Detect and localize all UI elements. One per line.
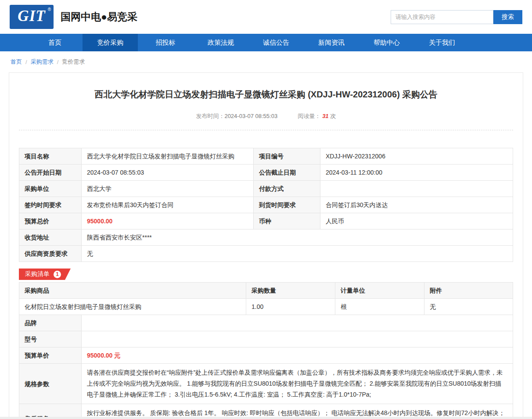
info-value: 人民币: [320, 213, 513, 229]
search-bar: 搜索: [391, 10, 522, 24]
info-label: 收货地址: [19, 229, 82, 246]
purchase-list-ribbon: 采购清单 1: [19, 269, 71, 280]
info-value: 2024-03-07 08:55:03: [82, 165, 254, 181]
breadcrumb-purchase-demand[interactable]: 采购需求: [31, 58, 54, 66]
site-logo[interactable]: GIT ®: [10, 5, 54, 29]
column-header: 采购数量: [246, 283, 335, 299]
info-value: 2024-03-11 12:00:00: [320, 165, 513, 181]
info-label: 付款方式: [254, 181, 320, 197]
info-value: 西北大学: [82, 181, 254, 197]
info-value: 无: [82, 246, 513, 262]
info-label: 到货时间要求: [254, 197, 320, 213]
dashed-divider: [19, 130, 513, 130]
views-label: 阅读量：: [298, 113, 320, 119]
info-label: 币种: [254, 213, 320, 229]
table-row: 收货地址 陕西省西安市长安区****: [19, 229, 513, 246]
table-row: 预算总价 95000.00 币种 人民币: [19, 213, 513, 229]
purchase-list-label: 采购清单: [25, 270, 50, 278]
table-row: 签约时间要求 发布竞价结果后30天内签订合同 到货时间要求 合同签订后30天内送…: [19, 197, 513, 213]
info-label: 项目编号: [254, 148, 320, 165]
purchase-items-table: 采购商品 采购数量 计量单位 附件 化材院日立场发射扫描电子显微镜灯丝采购 1.…: [19, 282, 513, 315]
item-name: 化材院日立场发射扫描电子显微镜灯丝采购: [19, 299, 246, 315]
search-button[interactable]: 搜索: [493, 10, 522, 24]
info-label: 采购单位: [19, 181, 82, 197]
info-label: 公告截止日期: [254, 165, 320, 181]
nav-item-about-us[interactable]: 关于我们: [414, 34, 470, 51]
table-row: 型号: [19, 331, 513, 347]
detail-value: [82, 315, 513, 331]
logo-text: GIT: [18, 5, 45, 28]
table-row: 化材院日立场发射扫描电子显微镜灯丝采购 1.00 根 无: [19, 299, 513, 315]
page-title: 西北大学化材学院日立场发射扫描电子显微镜灯丝采购 (XDJJ-HW-202312…: [19, 88, 513, 101]
nav-item-tender[interactable]: 招投标: [138, 34, 193, 51]
views-count: 31: [322, 113, 328, 119]
info-label: 预算总价: [19, 213, 82, 229]
page-header: GIT ® 国网中电●易竞采 搜索: [0, 0, 532, 34]
breadcrumb-separator: /: [25, 59, 27, 65]
breadcrumb: 首页 / 采购需求 / 竞价需求: [0, 51, 532, 72]
info-label: 供应商资质要求: [19, 246, 82, 262]
table-header-row: 采购商品 采购数量 计量单位 附件: [19, 283, 513, 299]
column-header: 计量单位: [335, 283, 424, 299]
nav-item-policy[interactable]: 政策法规: [193, 34, 248, 51]
item-quantity: 1.00: [246, 299, 335, 315]
breadcrumb-separator: /: [57, 59, 59, 65]
registered-mark-icon: ®: [48, 7, 51, 12]
table-row: 品牌: [19, 315, 513, 331]
info-label: 签约时间要求: [19, 197, 82, 213]
info-label: 项目名称: [19, 148, 82, 165]
count-badge: 1: [54, 271, 61, 278]
budget-total-value: 95000.00: [82, 213, 254, 229]
detail-label: 型号: [19, 331, 82, 347]
info-value: 陕西省西安市长安区****: [82, 229, 513, 246]
detail-value: [82, 331, 513, 347]
detail-label: 预算单价: [19, 347, 82, 364]
table-row: 项目名称 西北大学化材学院日立场发射扫描电子显微镜灯丝采购 项目编号 XDJJ-…: [19, 148, 513, 165]
item-details-table: 品牌 型号 预算单价 95000.00 元 规格参数 请各潜在供应商提交报价时在…: [19, 315, 513, 419]
table-row: 采购单位 西北大学 付款方式: [19, 181, 513, 197]
publish-time-label: 发布时间：: [196, 113, 224, 119]
item-unit: 根: [335, 299, 424, 315]
spec-params-value: 请各潜在供应商提交报价时在“响应附件”处上传正式报价单及需求响应偏离表（加盖公章…: [82, 364, 513, 404]
search-input[interactable]: [391, 10, 493, 24]
nav-item-news[interactable]: 新闻资讯: [304, 34, 359, 51]
info-value: 发布竞价结果后30天内签订合同: [82, 197, 254, 213]
announcement-meta: 发布时间：2024-03-07 08:55:03阅读量：31次: [19, 112, 513, 120]
nav-item-integrity-notice[interactable]: 诚信公告: [248, 34, 304, 51]
breadcrumb-current: 竞价需求: [62, 58, 85, 66]
info-label: 公告开始日期: [19, 165, 82, 181]
main-nav: 首页 竞价采购 招投标 政策法规 诚信公告 新闻资讯 帮助中心 关于我们: [0, 34, 532, 51]
announcement-card: 西北大学化材学院日立场发射扫描电子显微镜灯丝采购 (XDJJ-HW-202312…: [9, 72, 523, 419]
column-header: 附件: [424, 283, 513, 299]
views-unit: 次: [331, 113, 336, 119]
unit-budget-value: 95000.00 元: [82, 347, 513, 364]
info-value: 西北大学化材学院日立场发射扫描电子显微镜灯丝采购: [82, 148, 254, 165]
table-row: 规格参数 请各潜在供应商提交报价时在“响应附件”处上传正式报价单及需求响应偏离表…: [19, 364, 513, 404]
column-header: 采购商品: [19, 283, 246, 299]
nav-item-home[interactable]: 首页: [27, 34, 83, 51]
table-row: 预算单价 95000.00 元: [19, 347, 513, 364]
publish-time-value: 2024-03-07 08:55:03: [224, 113, 277, 119]
table-row: 公告开始日期 2024-03-07 08:55:03 公告截止日期 2024-0…: [19, 165, 513, 181]
info-value: XDJJ-HW-202312006: [320, 148, 513, 165]
site-title: 国网中电●易竞采: [61, 10, 137, 24]
item-attachment: 无: [424, 299, 513, 315]
info-value: 合同签订后30天内送达: [320, 197, 513, 213]
breadcrumb-home[interactable]: 首页: [11, 58, 22, 66]
project-info-table: 项目名称 西北大学化材学院日立场发射扫描电子显微镜灯丝采购 项目编号 XDJJ-…: [19, 148, 513, 262]
purchase-list-tag: 采购清单 1: [19, 269, 513, 280]
nav-item-bidding-purchase[interactable]: 竞价采购: [83, 34, 138, 51]
detail-label: 品牌: [19, 315, 82, 331]
info-value: [320, 181, 513, 197]
table-row: 供应商资质要求 无: [19, 246, 513, 262]
footer-edge: [0, 417, 532, 419]
nav-item-help-center[interactable]: 帮助中心: [359, 34, 414, 51]
detail-label: 规格参数: [19, 364, 82, 404]
